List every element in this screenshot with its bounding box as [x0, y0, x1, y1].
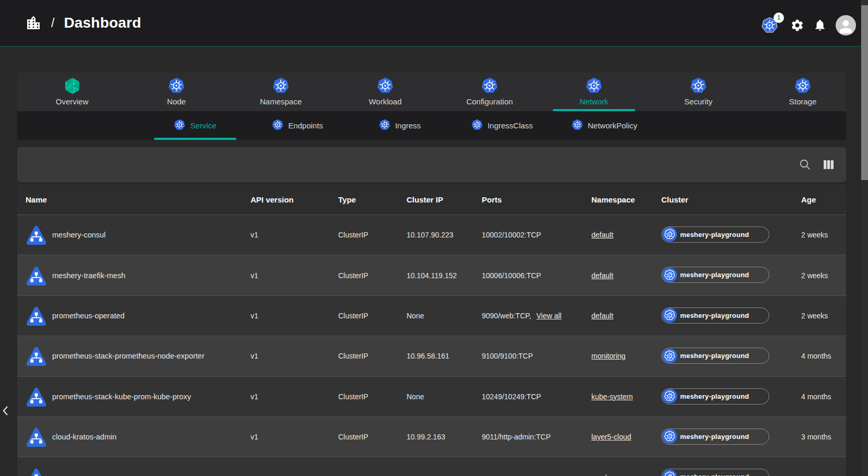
service-name: meshery-traefik-mesh [52, 271, 125, 280]
service-resource-icon [27, 224, 46, 245]
service-table-row[interactable]: prometheus-operated v1 ClusterIP None 90… [17, 295, 846, 336]
kubernetes-icon [174, 119, 185, 130]
cluster-cell: meshery-playground [653, 267, 793, 284]
service-table-row[interactable]: meshery-traefik-mesh v1 ClusterIP 10.104… [17, 255, 846, 295]
namespace-link[interactable]: meshery [591, 473, 620, 476]
service-name: cloud-kratos-admin [52, 433, 116, 441]
category-tab[interactable]: Workload [333, 73, 437, 111]
organization-logo-icon[interactable] [25, 15, 42, 31]
name-cell: prometheus-stack-prometheus-node-exporte… [17, 346, 242, 366]
type-cell: ClusterIP [330, 231, 398, 239]
cluster-ip-cell: 10.99.2.163 [398, 433, 473, 441]
active-subtab-indicator [154, 138, 236, 140]
scrollbar-thumb[interactable] [861, 5, 868, 180]
breadcrumb-separator: / [51, 16, 54, 30]
category-tab-label: Overview [56, 97, 89, 106]
ports-cell: 9090/web:TCP,View all [473, 312, 583, 320]
collapse-drawer-chevron[interactable] [2, 404, 13, 418]
resource-subtab[interactable]: Ingress [349, 111, 451, 140]
kubernetes-icon [662, 268, 677, 282]
kubernetes-context-button[interactable]: 1 [762, 17, 778, 33]
search-icon[interactable] [798, 158, 812, 172]
namespace-link[interactable]: default [591, 271, 613, 280]
namespace-link[interactable]: monitoring [591, 352, 625, 360]
cluster-chip[interactable]: meshery-playground [661, 267, 769, 283]
subtab-label: Ingress [395, 121, 421, 130]
cluster-chip-label: meshery-playground [680, 433, 749, 441]
cluster-chip[interactable]: meshery-playground [661, 307, 769, 324]
cluster-cell: meshery-playground [653, 429, 793, 446]
notifications-icon[interactable] [813, 18, 827, 32]
service-table-row[interactable]: meshery meshery-playground [17, 457, 846, 476]
age-cell: 2 weeks [793, 271, 846, 280]
resource-subtab[interactable]: IngressClass [451, 111, 553, 140]
cluster-chip-label: meshery-playground [680, 473, 749, 476]
meshery-kubernetes-dashboard: / Dashboard 1 [0, 0, 868, 476]
type-cell: ClusterIP [330, 352, 398, 360]
resource-subtab[interactable]: Endpoints [246, 111, 349, 140]
api-version-cell: v1 [242, 231, 330, 239]
kubernetes-icon [272, 77, 289, 94]
resource-subtab[interactable]: Service [144, 111, 246, 140]
services-table: NameAPI versionTypeCluster IPPortsNamesp… [17, 184, 846, 476]
service-name: meshery-consul [52, 231, 105, 239]
service-table-row[interactable]: prometheus-stack-kube-prom-kube-proxy v1… [17, 376, 846, 416]
api-version-cell: v1 [242, 312, 330, 320]
ports-cell: 10002/10002:TCP [473, 231, 583, 239]
kubernetes-icon [168, 77, 185, 94]
type-cell: ClusterIP [330, 271, 398, 280]
namespace-link[interactable]: default [591, 312, 613, 320]
category-tab[interactable]: Namespace [229, 73, 333, 111]
service-resource-icon [27, 467, 46, 476]
resource-subtab[interactable]: NetworkPolicy [553, 111, 656, 140]
namespace-link[interactable]: layer5-cloud [591, 433, 631, 441]
cluster-chip[interactable]: meshery-playground [661, 227, 769, 243]
category-tab[interactable]: Configuration [437, 73, 542, 111]
namespace-link[interactable]: default [591, 231, 613, 239]
ports-cell: 10249/10249:TCP [473, 392, 583, 401]
page-scrollbar[interactable] [861, 0, 868, 476]
ports-cell: 9011/http-admin:TCP [473, 433, 583, 441]
app-header: / Dashboard 1 [0, 0, 868, 47]
view-all-link[interactable]: View all [537, 312, 562, 320]
person-icon [837, 17, 855, 35]
user-avatar[interactable] [836, 15, 856, 35]
service-table-row[interactable]: cloud-kratos-admin v1 ClusterIP 10.99.2.… [17, 416, 846, 457]
category-tab-label: Storage [789, 97, 817, 106]
namespace-link[interactable]: kube-system [591, 392, 633, 401]
name-cell [17, 467, 242, 476]
api-version-cell: v1 [242, 352, 330, 360]
subtab-label: NetworkPolicy [588, 121, 637, 130]
category-tab-label: Workload [368, 97, 401, 106]
cluster-chip[interactable]: meshery-playground [661, 469, 769, 476]
column-header: Namespace [583, 195, 653, 204]
category-tab-label: Namespace [260, 97, 302, 106]
age-cell: 3 months [793, 433, 846, 441]
category-tab[interactable]: Network [542, 73, 646, 111]
category-tab[interactable]: Node [124, 73, 229, 111]
age-cell: 2 weeks [793, 231, 846, 239]
category-tab-label: Network [579, 97, 608, 106]
kubernetes-icon [471, 119, 483, 130]
cluster-ip-cell: 10.96.58.161 [398, 352, 473, 360]
cluster-chip[interactable]: meshery-playground [661, 348, 769, 364]
cluster-chip[interactable]: meshery-playground [661, 429, 769, 445]
cluster-cell: meshery-playground [653, 469, 793, 476]
settings-icon[interactable] [790, 18, 804, 32]
service-name: prometheus-operated [52, 312, 125, 320]
service-table-row[interactable]: prometheus-stack-prometheus-node-exporte… [17, 336, 846, 376]
service-resource-icon [27, 305, 46, 326]
service-table-row[interactable]: meshery-consul v1 ClusterIP 10.107.90.22… [17, 215, 846, 255]
name-cell: prometheus-stack-kube-prom-kube-proxy [17, 386, 242, 407]
kubernetes-icon [690, 77, 707, 94]
category-tab[interactable]: Overview [20, 73, 124, 111]
category-tab[interactable]: Storage [751, 73, 846, 111]
column-header: Ports [473, 195, 583, 204]
cluster-chip-label: meshery-playground [680, 271, 749, 279]
subtab-label: IngressClass [487, 121, 533, 130]
view-columns-icon[interactable] [822, 158, 835, 172]
service-name: prometheus-stack-kube-prom-kube-proxy [52, 392, 191, 401]
cluster-chip[interactable]: meshery-playground [661, 388, 769, 404]
namespace-cell: default [583, 312, 653, 320]
category-tab[interactable]: Security [646, 73, 751, 111]
